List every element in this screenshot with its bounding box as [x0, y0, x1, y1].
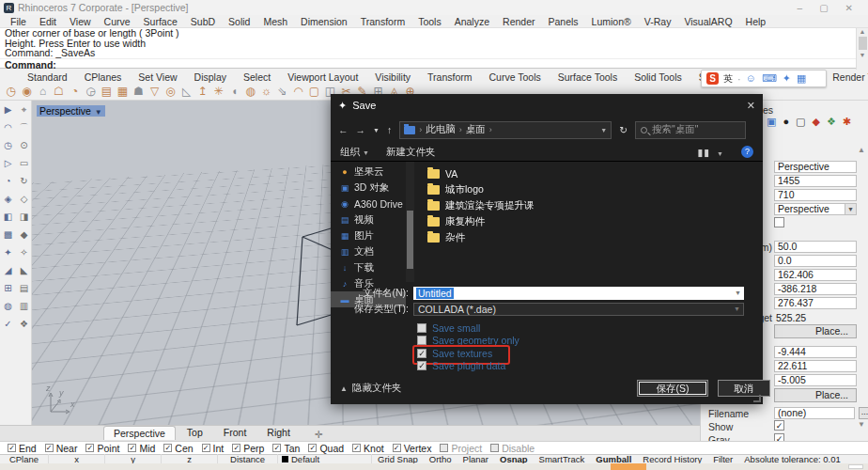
camera-rotation-field[interactable]: 0.0: [774, 255, 857, 267]
osnap-toggle[interactable]: Quad: [308, 443, 344, 454]
scroll-thumb[interactable]: [407, 211, 413, 269]
tool-icon[interactable]: ◧: [0, 208, 16, 226]
osnap-toggle[interactable]: Near: [45, 443, 78, 454]
osnap-toggle[interactable]: Perp: [232, 443, 264, 454]
organize-button[interactable]: 组织▼: [340, 146, 369, 159]
toolbar-tab[interactable]: Select: [235, 71, 279, 83]
menu-item[interactable]: Help: [739, 16, 773, 27]
tool-icon[interactable]: ▥: [16, 297, 32, 315]
menu-item[interactable]: Solid: [222, 16, 256, 27]
scroll-thumb[interactable]: [859, 37, 867, 50]
chevron-down-icon[interactable]: ▼: [600, 127, 607, 133]
tool-icon[interactable]: ◈: [0, 190, 16, 208]
checkbox[interactable]: [8, 444, 16, 452]
menu-item[interactable]: Render: [496, 16, 541, 27]
osnap-toggle[interactable]: Disable: [490, 443, 535, 454]
menu-item[interactable]: Panels: [542, 16, 585, 27]
scroll-up-icon[interactable]: ▲: [857, 28, 868, 35]
checkbox[interactable]: [352, 444, 361, 452]
viewport-tab[interactable]: Top: [178, 426, 212, 440]
new-folder-button[interactable]: 新建文件夹: [386, 146, 436, 159]
tool-icon[interactable]: ◨: [16, 208, 32, 226]
checkbox[interactable]: [417, 349, 426, 358]
properties-tab-icon[interactable]: ●: [783, 116, 789, 128]
osnap-toggle[interactable]: Mid: [128, 443, 155, 454]
checkbox[interactable]: [45, 444, 54, 452]
resize-grip[interactable]: [753, 395, 761, 402]
toolbar-icon[interactable]: ▽: [147, 85, 163, 98]
menu-item[interactable]: Edit: [33, 16, 63, 27]
breadcrumb-desktop[interactable]: 桌面: [466, 123, 486, 136]
wallpaper-gray-checkbox[interactable]: ✓: [774, 433, 784, 441]
place-camera-button[interactable]: Place...: [774, 324, 857, 338]
recent-locations-icon[interactable]: ▼: [373, 127, 380, 133]
viewport-tab[interactable]: Right: [257, 426, 300, 440]
sidebar-place-item[interactable]: ▤ 视频: [331, 212, 406, 227]
osnap-toggle[interactable]: Point: [85, 443, 119, 454]
tool-icon[interactable]: ✓: [0, 315, 16, 333]
menu-item[interactable]: File: [4, 16, 33, 27]
filename-input[interactable]: Untitled ▼: [413, 287, 744, 300]
tool-icon[interactable]: ✧: [16, 243, 32, 261]
toolbar-icon[interactable]: ☼: [258, 85, 274, 98]
osnap-toggle[interactable]: Tan: [272, 443, 300, 454]
sidebar-place-item[interactable]: ▥ 文档: [331, 243, 406, 259]
menu-item[interactable]: Analyze: [448, 16, 496, 27]
checkbox[interactable]: [163, 444, 172, 452]
toolbar-icon[interactable]: ▤: [99, 85, 115, 98]
search-input[interactable]: 搜索"桌面": [635, 121, 746, 139]
checkbox[interactable]: [417, 336, 426, 345]
ime-icon[interactable]: ☺: [746, 72, 756, 85]
tool-icon[interactable]: ▭: [16, 154, 32, 172]
tool-icon[interactable]: ▶: [0, 101, 16, 118]
toolbar-tab[interactable]: Render Tools: [824, 71, 868, 83]
menu-item[interactable]: Tools: [411, 16, 448, 27]
tool-icon[interactable]: ◔: [0, 172, 16, 190]
menu-item[interactable]: SubD: [184, 16, 222, 27]
tool-icon[interactable]: ◇: [16, 190, 32, 208]
tool-icon[interactable]: ⌒: [16, 118, 32, 136]
toolbar-icon[interactable]: ◔: [67, 85, 83, 98]
view-mode-button[interactable]: ▮▮ ▼: [698, 147, 724, 158]
osnap-toggle[interactable]: End: [8, 443, 37, 454]
place-target-button[interactable]: Place...: [774, 388, 857, 402]
properties-tab-icon[interactable]: ▣: [767, 116, 776, 128]
filetype-dropdown[interactable]: COLLADA (*.dae) ▼: [413, 303, 744, 316]
tool-icon[interactable]: ⌖: [16, 101, 32, 118]
toolbar-icon[interactable]: ◖: [226, 85, 242, 98]
toolbar-icon[interactable]: ▢: [306, 85, 322, 98]
close-button[interactable]: ✕: [845, 3, 853, 13]
tool-icon[interactable]: ◆: [16, 226, 32, 243]
tool-icon[interactable]: ◠: [0, 118, 16, 136]
menu-item[interactable]: V-Ray: [638, 16, 678, 27]
minimize-button[interactable]: –: [798, 3, 803, 13]
sidebar-scrollbar[interactable]: [406, 162, 414, 282]
save-button[interactable]: 保存(S): [637, 380, 708, 397]
toolbar-icon[interactable]: ◠: [290, 85, 306, 98]
toolbar-tab[interactable]: Display: [186, 71, 235, 83]
tool-icon[interactable]: ⊙: [16, 136, 32, 154]
osnap-toggle[interactable]: Cen: [163, 443, 193, 454]
save-option[interactable]: Save plugin data: [417, 360, 519, 373]
ime-icon[interactable]: ✦: [783, 72, 791, 85]
toolbar-icon[interactable]: ◍: [242, 85, 258, 98]
tool-icon[interactable]: ▤: [16, 279, 32, 297]
toolbar-tab[interactable]: CPlanes: [76, 71, 131, 83]
menu-item[interactable]: VisualARQ: [677, 16, 738, 27]
cancel-button[interactable]: 取消: [718, 380, 770, 397]
save-option[interactable]: Save textures: [417, 347, 519, 360]
toolbar-icon[interactable]: ⇘: [274, 85, 290, 98]
viewport-width-field[interactable]: 1455: [774, 175, 857, 187]
camera-y-field[interactable]: -386.218: [774, 283, 857, 295]
checkbox[interactable]: [232, 444, 240, 452]
toolbar-icon[interactable]: ◶: [83, 85, 99, 98]
command-scrollbar[interactable]: ▲ ▼: [856, 28, 868, 70]
sidebar-place-item[interactable]: ▦ 图片: [331, 227, 406, 243]
wallpaper-filename-field[interactable]: (none): [774, 407, 855, 419]
osnap-toggle[interactable]: Project: [440, 443, 482, 454]
panel-scroll-down-icon[interactable]: ▼: [858, 420, 865, 429]
tool-icon[interactable]: ▩: [0, 226, 16, 243]
sidebar-place-item[interactable]: ◉ A360 Drive: [331, 196, 406, 212]
viewport-tab[interactable]: Front: [214, 426, 256, 440]
folder-item[interactable]: VA: [427, 165, 763, 181]
